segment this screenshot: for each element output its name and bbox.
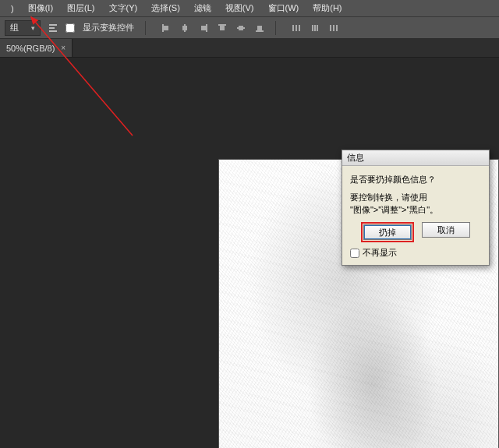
separator — [275, 21, 276, 35]
svg-rect-21 — [330, 25, 331, 31]
dont-show-label: 不再显示 — [363, 247, 397, 259]
svg-rect-3 — [162, 24, 164, 32]
close-icon[interactable]: × — [61, 44, 65, 52]
separator — [145, 21, 146, 35]
menu-item-layer[interactable]: 图层(L) — [61, 0, 101, 16]
dialog-titlebar[interactable]: 信息 — [342, 150, 489, 166]
svg-rect-23 — [336, 25, 338, 31]
svg-rect-2 — [49, 30, 57, 32]
menu-item-partial[interactable]: ) — [5, 2, 20, 16]
show-transform-label: 显示变换控件 — [80, 22, 137, 34]
svg-rect-9 — [218, 24, 226, 26]
align-hcenter-icon[interactable] — [177, 20, 193, 36]
group-combo-label: 组 — [10, 22, 19, 34]
document-tabbar: 50%(RGB/8) × — [0, 39, 499, 58]
svg-rect-19 — [314, 25, 316, 31]
align-right-icon[interactable] — [196, 20, 211, 36]
distribute-icons — [288, 20, 342, 36]
menu-item-filter[interactable]: 滤镜 — [188, 0, 218, 16]
align-icon[interactable] — [45, 20, 61, 36]
svg-rect-12 — [239, 26, 243, 30]
menu-item-type[interactable]: 文字(Y) — [103, 0, 144, 16]
svg-rect-4 — [164, 26, 168, 30]
menu-item-view[interactable]: 视图(V) — [219, 0, 260, 16]
discard-button[interactable]: 扔掉 — [363, 224, 412, 240]
svg-rect-1 — [49, 27, 55, 29]
menubar: ) 图像(I) 图层(L) 文字(Y) 选择(S) 滤镜 视图(V) 窗口(W)… — [0, 0, 499, 17]
svg-rect-17 — [299, 25, 300, 31]
svg-rect-18 — [312, 25, 313, 31]
dialog-message-1: 是否要扔掉颜色信息？ — [350, 174, 481, 185]
info-dialog: 信息 是否要扔掉颜色信息？ 要控制转换，请使用 "图像">"调整">"黑白"。 … — [342, 150, 490, 266]
dist-left-icon[interactable] — [288, 20, 304, 36]
dialog-message-2: 要控制转换，请使用 "图像">"调整">"黑白"。 — [350, 192, 481, 216]
menu-item-window[interactable]: 窗口(W) — [262, 0, 306, 16]
svg-rect-16 — [296, 25, 297, 31]
svg-rect-14 — [257, 26, 262, 30]
svg-rect-8 — [201, 26, 206, 30]
menu-item-image[interactable]: 图像(I) — [22, 0, 59, 16]
svg-rect-10 — [220, 26, 225, 30]
svg-rect-0 — [49, 24, 57, 26]
svg-rect-7 — [206, 24, 207, 32]
svg-rect-15 — [292, 25, 294, 31]
menu-item-help[interactable]: 帮助(H) — [306, 0, 348, 16]
dialog-title: 信息 — [347, 152, 364, 164]
svg-rect-6 — [182, 26, 187, 30]
svg-rect-20 — [317, 25, 318, 31]
show-transform-checkbox[interactable] — [65, 23, 75, 33]
alignment-icons — [158, 20, 267, 36]
align-left-icon[interactable] — [158, 20, 174, 36]
dont-show-checkbox[interactable] — [350, 249, 359, 258]
document-tab[interactable]: 50%(RGB/8) × — [0, 39, 73, 57]
dist-right-icon[interactable] — [326, 20, 342, 36]
align-bottom-icon[interactable] — [252, 20, 267, 36]
dist-hcenter-icon[interactable] — [307, 20, 323, 36]
cancel-button[interactable]: 取消 — [422, 222, 470, 238]
primary-button-highlight: 扔掉 — [361, 222, 414, 242]
align-top-icon[interactable] — [214, 20, 230, 36]
document-tab-title: 50%(RGB/8) — [6, 44, 55, 53]
menu-item-select[interactable]: 选择(S) — [145, 0, 186, 16]
align-vcenter-icon[interactable] — [233, 20, 249, 36]
group-combo[interactable]: 组 ▾ — [5, 20, 41, 36]
options-bar: 组 ▾ 显示变换控件 — [0, 17, 499, 39]
svg-rect-13 — [256, 30, 264, 32]
svg-rect-22 — [333, 25, 334, 31]
chevron-down-icon: ▾ — [31, 24, 35, 32]
